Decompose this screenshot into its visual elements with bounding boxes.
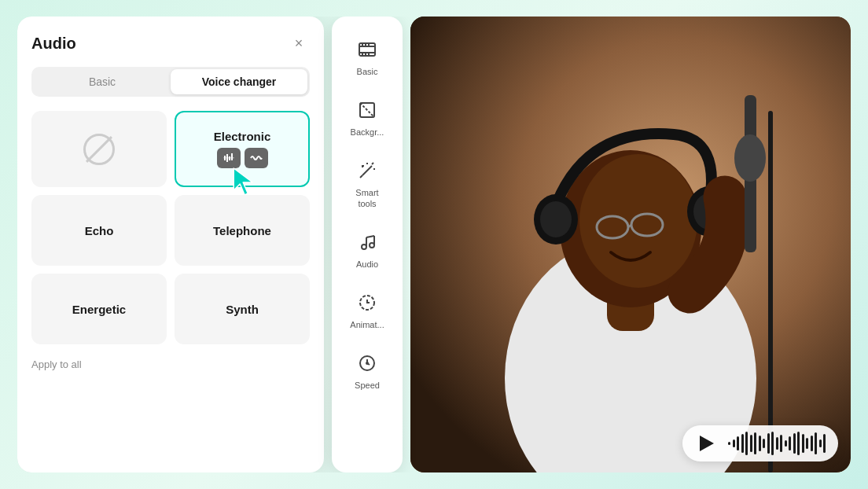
voice-card-synth-label: Synth <box>226 303 259 316</box>
voice-card-synth[interactable]: Synth <box>175 274 310 344</box>
waveform-bar <box>741 434 744 453</box>
svg-point-36 <box>540 201 572 237</box>
side-toolbar: Basic Backgr... <box>332 17 403 472</box>
waveform-bar <box>771 432 774 455</box>
waveform-bar <box>793 433 796 454</box>
audio-panel-header: Audio × <box>31 32 310 54</box>
toolbar-background-label: Backgr... <box>351 127 384 138</box>
audio-icon <box>353 228 381 256</box>
waveform-bar <box>802 434 804 453</box>
svg-rect-3 <box>231 153 233 160</box>
voice-card-none[interactable] <box>31 111 167 187</box>
toolbar-item-background[interactable]: Backgr... <box>337 88 397 145</box>
voice-grid: Electronic <box>31 111 310 344</box>
speed-icon <box>353 349 381 377</box>
waveform-bar <box>745 432 748 455</box>
person-illustration <box>410 17 851 472</box>
svg-line-17 <box>362 166 372 175</box>
main-container: Audio × Basic Voice changer Electronic <box>17 17 851 472</box>
svg-line-19 <box>372 163 373 164</box>
audio-panel: Audio × Basic Voice changer Electronic <box>17 17 324 472</box>
voice-card-telephone[interactable]: Telephone <box>175 195 310 266</box>
waveform-bar <box>785 440 787 447</box>
toolbar-item-speed[interactable]: Speed <box>337 341 397 399</box>
none-icon <box>83 134 115 165</box>
svg-point-34 <box>579 154 697 288</box>
waveform-bar <box>759 436 761 451</box>
waveform-bar <box>750 435 752 452</box>
waveform-bar <box>823 434 826 453</box>
audio-panel-title: Audio <box>31 35 76 53</box>
waveform-bar <box>754 432 756 454</box>
voice-card-echo-label: Echo <box>85 224 114 237</box>
tab-voice-changer[interactable]: Voice changer <box>171 69 307 94</box>
waveform-bar <box>789 436 791 450</box>
play-button[interactable] <box>695 432 719 455</box>
svg-rect-4 <box>223 157 234 159</box>
waveform-bar <box>811 436 813 451</box>
toolbar-animate-label: Animat... <box>350 320 384 330</box>
apply-all-label: Apply to all <box>31 358 82 370</box>
voice-card-electronic[interactable]: Electronic <box>175 111 310 187</box>
waveform-bar <box>767 433 770 454</box>
waveform <box>728 432 826 455</box>
waveform-bar <box>806 438 808 449</box>
svg-point-44 <box>734 134 766 182</box>
tab-switcher: Basic Voice changer <box>31 67 310 97</box>
waveform-bar <box>797 432 800 455</box>
waveform-bar <box>728 442 730 445</box>
waveform-bar <box>776 437 778 450</box>
photo-background <box>410 17 851 472</box>
voice-card-electronic-label: Electronic <box>214 130 271 143</box>
waveform-bar <box>819 439 822 447</box>
svg-rect-42 <box>768 111 773 472</box>
svg-point-29 <box>366 362 368 364</box>
voice-card-echo[interactable]: Echo <box>31 195 167 266</box>
voice-card-telephone-label: Telephone <box>213 224 271 237</box>
toolbar-item-basic[interactable]: Basic <box>337 28 397 85</box>
play-triangle-icon <box>700 436 714 451</box>
waveform-bar <box>815 432 817 454</box>
waveform-bar <box>737 436 739 450</box>
toolbar-smart-tools-label: Smarttools <box>355 188 378 208</box>
voice-card-energetic-label: Energetic <box>72 303 126 316</box>
toolbar-basic-label: Basic <box>357 67 378 77</box>
toolbar-item-smart-tools[interactable]: Smarttools <box>337 149 397 216</box>
magic-icon <box>353 156 381 185</box>
toolbar-audio-label: Audio <box>356 259 378 270</box>
background-icon <box>353 96 381 124</box>
film-icon <box>353 35 381 64</box>
tab-basic[interactable]: Basic <box>34 69 171 94</box>
svg-marker-5 <box>234 168 252 195</box>
close-button[interactable]: × <box>288 32 310 54</box>
svg-line-16 <box>360 103 374 117</box>
animate-icon <box>353 289 381 317</box>
toolbar-item-audio[interactable]: Audio <box>337 220 397 278</box>
playback-bar <box>682 425 838 461</box>
svg-line-26 <box>366 236 374 237</box>
svg-line-21 <box>360 175 362 178</box>
photo-area <box>410 17 851 472</box>
waveform-bar <box>733 439 735 447</box>
waveform-bar <box>780 435 782 452</box>
waveform-bar <box>763 439 765 448</box>
voice-card-energetic[interactable]: Energetic <box>31 274 167 344</box>
toolbar-item-animate[interactable]: Animat... <box>337 281 397 338</box>
toolbar-speed-label: Speed <box>355 381 380 391</box>
